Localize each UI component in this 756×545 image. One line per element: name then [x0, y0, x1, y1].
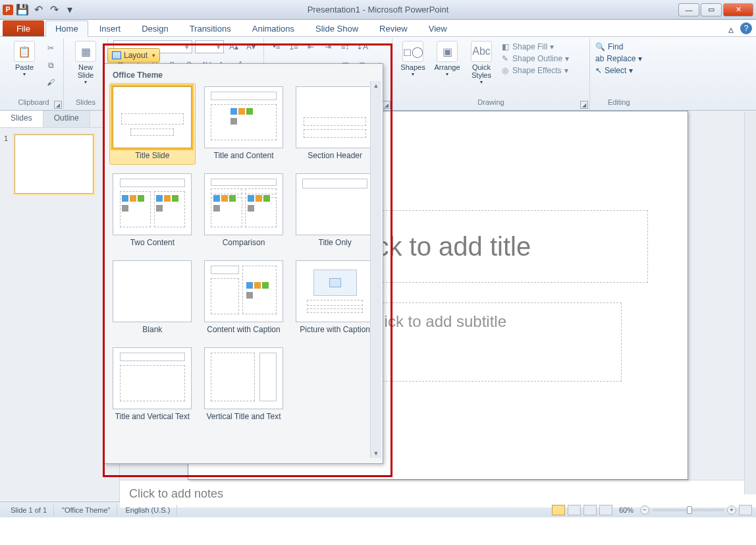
text-direction-icon[interactable]: ↧A [355, 40, 369, 54]
scroll-down-icon[interactable]: ▼ [373, 450, 379, 457]
ribbon-minimize-icon[interactable]: ▵ [724, 22, 738, 36]
tab-transitions[interactable]: Transitions [180, 20, 241, 36]
layout-option[interactable]: Section Header [295, 86, 375, 161]
tab-home[interactable]: Home [45, 20, 88, 37]
tab-insert[interactable]: Insert [90, 20, 131, 36]
view-slideshow-icon[interactable] [599, 505, 612, 515]
qat-save-icon[interactable]: 💾 [16, 3, 29, 16]
replace-button[interactable]: abReplace ▾ [595, 54, 642, 63]
layout-option-label: Blank [142, 325, 162, 335]
select-button[interactable]: ↖Select ▾ [595, 66, 642, 75]
shapes-icon: ◻◯ [402, 41, 423, 62]
shape-outline-button[interactable]: ✎Shape Outline ▾ [500, 54, 569, 63]
shrink-font-icon[interactable]: A▾ [244, 40, 258, 54]
paragraph-launcher-icon[interactable]: ◢ [383, 101, 391, 109]
tab-animations[interactable]: Animations [242, 20, 304, 36]
find-icon: 🔍 [595, 42, 605, 51]
zoom-fit-icon[interactable] [739, 505, 752, 515]
zoom-in-button[interactable]: + [727, 505, 736, 515]
slides-pane: Slides Outline × 1 [0, 111, 120, 502]
shape-outline-label: Shape Outline [512, 54, 562, 63]
layout-option[interactable]: Title and Vertical Text [113, 347, 192, 422]
close-button[interactable]: ✕ [723, 3, 753, 16]
status-theme: "Office Theme" [55, 505, 117, 515]
shapes-button[interactable]: ◻◯ Shapes▾ [398, 40, 428, 77]
zoom-level: 60% [619, 506, 634, 514]
layout-option[interactable]: Picture with Caption [295, 260, 375, 335]
indent-inc-icon[interactable]: ⇥ [321, 40, 335, 54]
pane-tab-outline[interactable]: Outline [43, 111, 90, 127]
scroll-up-icon[interactable]: ▲ [373, 82, 379, 89]
group-label: Editing [595, 97, 642, 109]
tab-slideshow[interactable]: Slide Show [306, 20, 368, 36]
status-lang[interactable]: English (U.S.) [119, 505, 177, 515]
cut-icon[interactable]: ✂ [43, 41, 58, 55]
shape-fill-label: Shape Fill [512, 42, 547, 51]
pane-tab-slides[interactable]: Slides [0, 111, 43, 127]
quick-styles-button[interactable]: Abc Quick Styles▾ [466, 40, 497, 85]
layout-option-label: Title Only [319, 238, 352, 248]
arrange-label: Arrange [434, 63, 460, 71]
qat-redo-icon[interactable]: ↷ [47, 3, 61, 16]
group-label: Drawing [398, 97, 584, 109]
layout-option[interactable]: Vertical Title and Text [204, 347, 284, 422]
new-slide-icon: ▦ [75, 41, 96, 62]
tab-file[interactable]: File [3, 20, 44, 36]
view-reading-icon[interactable] [583, 505, 597, 515]
shape-fill-button[interactable]: ◧Shape Fill ▾ [500, 42, 569, 51]
clipboard-launcher-icon[interactable]: ◢ [54, 101, 62, 109]
zoom-out-button[interactable]: − [640, 505, 649, 515]
quick-styles-icon: Abc [471, 41, 492, 62]
qat-customize-icon[interactable]: ▾ [63, 3, 76, 16]
qat-undo-icon[interactable]: ↶ [32, 3, 45, 16]
layout-option[interactable]: Two Content [113, 173, 192, 248]
status-slide: Slide 1 of 1 [4, 505, 54, 515]
zoom-slider[interactable] [652, 509, 724, 511]
group-drawing: ◻◯ Shapes▾ ▣ Arrange▾ Abc Quick Styles▾ … [392, 38, 590, 110]
arrange-icon: ▣ [437, 41, 458, 62]
new-slide-button[interactable]: ▦ New Slide▾ [69, 40, 102, 85]
view-normal-icon[interactable] [552, 505, 565, 515]
layout-option[interactable]: Title and Content [204, 86, 284, 161]
slide-thumbnail[interactable] [14, 134, 94, 194]
select-icon: ↖ [595, 66, 602, 75]
tab-view[interactable]: View [419, 20, 457, 36]
indent-dec-icon[interactable]: ⇤ [304, 40, 318, 54]
paste-button[interactable]: 📋 Paste▾ [9, 40, 40, 77]
layout-option[interactable]: Content with Caption [204, 260, 284, 335]
layout-option-label: Content with Caption [207, 325, 280, 335]
layout-icon [112, 51, 121, 59]
layout-option[interactable]: Comparison [204, 173, 284, 248]
group-clipboard: 📋 Paste▾ ✂ ⧉ 🖌 Clipboard ◢ [4, 38, 64, 110]
layout-option[interactable]: Title Only [295, 173, 375, 248]
minimize-button[interactable]: — [678, 3, 699, 16]
select-label: Select [605, 66, 626, 75]
line-spacing-icon[interactable]: ≡↕ [338, 40, 352, 54]
grow-font-icon[interactable]: A▴ [227, 40, 241, 54]
notes-pane[interactable]: Click to add notes [120, 480, 756, 507]
tab-review[interactable]: Review [369, 20, 418, 36]
dropdown-scrollbar[interactable]: ▲ ▼ [370, 81, 381, 458]
maximize-button[interactable]: ▭ [701, 3, 722, 16]
arrange-button[interactable]: ▣ Arrange▾ [432, 40, 462, 77]
layout-option-label: Title and Vertical Text [115, 412, 190, 422]
shape-effects-button[interactable]: ◎Shape Effects ▾ [500, 66, 569, 75]
find-button[interactable]: 🔍Find [595, 42, 642, 51]
format-painter-icon[interactable]: 🖌 [43, 75, 58, 90]
layout-button[interactable]: Layout [107, 48, 160, 63]
view-sorter-icon[interactable] [568, 505, 581, 515]
layout-option[interactable]: Title Slide [109, 83, 196, 165]
vertical-scrollbar[interactable] [744, 112, 756, 494]
layout-option-label: Comparison [223, 238, 265, 248]
layout-option-label: Title Slide [135, 151, 169, 161]
help-icon[interactable]: ? [740, 22, 752, 34]
copy-icon[interactable]: ⧉ [43, 58, 58, 72]
group-editing: 🔍Find abReplace ▾ ↖Select ▾ Editing [590, 38, 647, 110]
numbering-icon[interactable]: 1≡ [286, 40, 301, 54]
font-size-combo[interactable]: ▾ [195, 40, 224, 53]
app-icon: P [3, 5, 13, 15]
bullets-icon[interactable]: •≡ [269, 40, 284, 54]
drawing-launcher-icon[interactable]: ◢ [580, 101, 588, 109]
tab-design[interactable]: Design [132, 20, 178, 36]
layout-option[interactable]: Blank [113, 260, 192, 335]
